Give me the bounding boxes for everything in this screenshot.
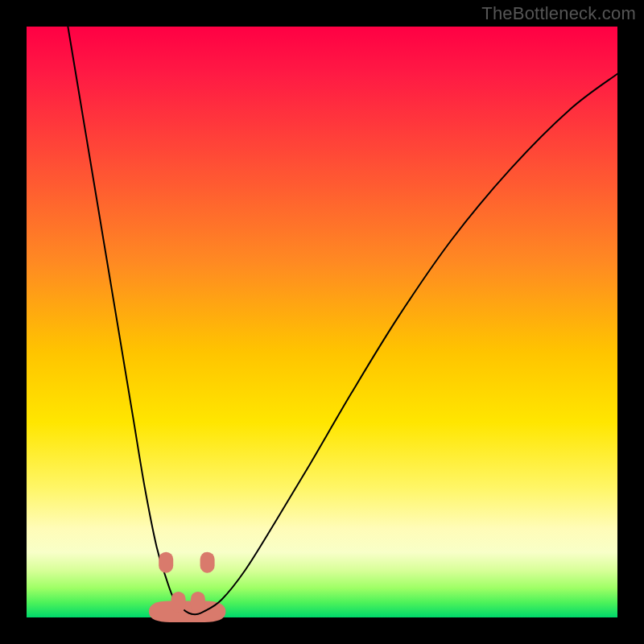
chart-svg [27, 27, 617, 617]
curve-marker [159, 552, 173, 573]
watermark-text: TheBottleneck.com [481, 3, 636, 24]
curve-marker [191, 592, 205, 613]
curve-line [68, 27, 617, 614]
plot-area [27, 27, 617, 617]
curve-marker [200, 552, 215, 573]
curve-marker [171, 592, 186, 613]
chart-frame: TheBottleneck.com [0, 0, 644, 644]
